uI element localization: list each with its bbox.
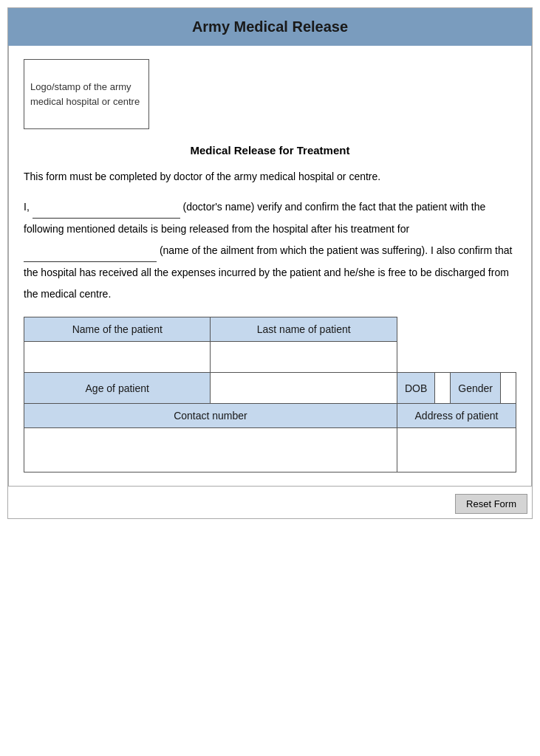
patient-name-value[interactable] [24,342,211,373]
intro-text: This form must be completed by doctor of… [24,168,516,185]
address-label: Address of patient [397,404,516,428]
address-value[interactable] [397,428,516,472]
dob-label: DOB [397,373,434,404]
patient-lastname-value[interactable] [211,342,397,373]
doctors-name-input[interactable] [33,205,180,219]
table-row-contact-address-labels: Contact number Address of patient [24,404,516,428]
table-row-age-dob-gender: Age of patient DOB Gender [24,373,516,404]
logo-section: Logo/stamp of the army medical hospital … [24,59,516,129]
reset-button[interactable]: Reset Form [455,494,527,514]
ailment-name-input[interactable] [24,249,157,262]
gender-label: Gender [451,373,501,404]
patient-name-label: Name of the patient [24,317,211,342]
dob-value[interactable] [435,373,451,404]
section-title: Medical Release for Treatment [24,144,516,157]
form-body: Logo/stamp of the army medical hospital … [8,46,532,487]
logo-box: Logo/stamp of the army medical hospital … [24,59,149,129]
body-paragraph: I, (doctor's name) verify and confirm th… [24,196,516,305]
gender-value[interactable] [500,373,516,404]
form-header: Army Medical Release [8,8,532,46]
patient-lastname-label: Last name of patient [211,317,397,342]
contact-number-value[interactable] [24,428,397,472]
table-row-name-values [24,342,516,373]
age-label: Age of patient [24,373,211,404]
form-title: Army Medical Release [192,18,348,35]
logo-placeholder-text: Logo/stamp of the army medical hospital … [30,80,143,109]
age-value[interactable] [211,373,397,404]
patient-details-table: Name of the patient Last name of patient… [24,317,516,472]
form-footer: Reset Form [8,487,532,518]
form-container: Army Medical Release Logo/stamp of the a… [7,7,533,519]
contact-number-label: Contact number [24,404,397,428]
table-row-contact-address-values [24,428,516,472]
table-row-name-labels: Name of the patient Last name of patient [24,317,516,342]
